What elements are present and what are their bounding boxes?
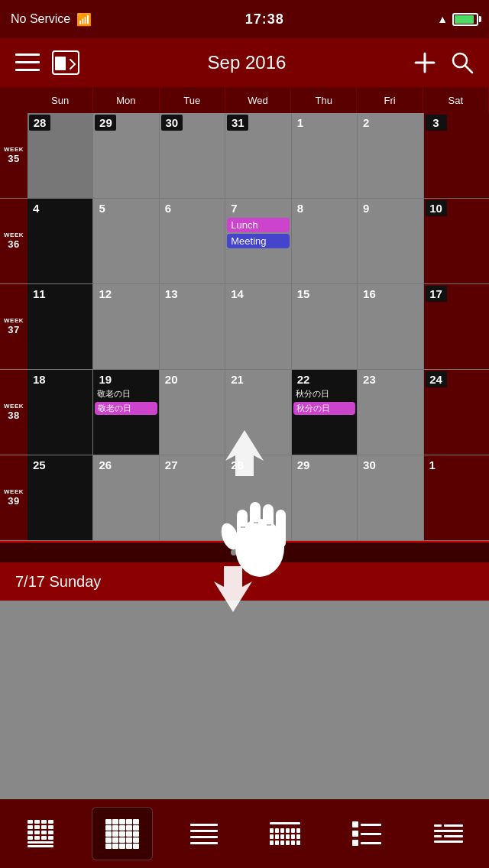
cal-cell-25[interactable]: 25 (28, 455, 93, 540)
cal-cell-27[interactable]: 27 (160, 455, 225, 540)
cal-cell-31[interactable]: 31 (225, 113, 291, 198)
week-label-36: WEEK36 (0, 199, 28, 283)
cal-cell-18[interactable]: 18 (28, 370, 93, 455)
cal-cell-sep1[interactable]: 1 (292, 113, 358, 198)
cal-cell-15[interactable]: 15 (292, 284, 358, 369)
toolbar: Sep 2016 (0, 38, 489, 87)
time-display: 17:38 (245, 11, 284, 28)
cal-cell-7[interactable]: 7 Lunch Meeting (225, 199, 291, 283)
cal-cell-21[interactable]: 21 (225, 370, 291, 455)
calendar-grid: WEEK35 28 29 30 31 1 2 3 (0, 113, 489, 541)
cal-cell-30b[interactable]: 30 (358, 455, 423, 540)
calendar-week-39: WEEK39 25 26 27 28 29 30 1 (0, 455, 489, 541)
week-label-38: WEEK38 (0, 370, 28, 455)
cal-cell-30[interactable]: 30 (160, 113, 225, 198)
svg-rect-4 (55, 57, 66, 70)
tab-detail[interactable] (418, 807, 479, 860)
status-bar: No Service 📶 17:38 ▲ (0, 0, 489, 38)
week-label-37: WEEK37 (0, 284, 28, 369)
carrier-text: No Service (11, 12, 70, 26)
week-label-39: WEEK39 (0, 455, 28, 540)
cal-cell-29[interactable]: 29 (93, 113, 159, 198)
cal-cell-22-holiday[interactable]: 22 秋分の日 秋分の日 (292, 370, 358, 455)
cal-cell-24-sat[interactable]: 24 (424, 370, 489, 455)
day-detail-label: 7/17 Sunday (15, 573, 101, 591)
drag-dot-3 (252, 549, 258, 555)
battery-indicator (452, 13, 478, 26)
cal-cell-20[interactable]: 20 (160, 370, 225, 455)
cal-cell-4[interactable]: 4 (28, 199, 93, 283)
day-detail-header: 7/17 Sunday (0, 562, 489, 601)
drag-dot-2 (241, 549, 248, 555)
event-meeting[interactable]: Meeting (227, 234, 289, 248)
cal-cell-1-next[interactable]: 1 (424, 455, 489, 540)
cal-cell-9[interactable]: 9 (358, 199, 423, 283)
tab-month[interactable] (92, 807, 153, 860)
add-event-button[interactable] (414, 52, 436, 73)
cal-cell-26[interactable]: 26 (93, 455, 159, 540)
event-lunch[interactable]: Lunch (227, 218, 289, 232)
calendar-week-36: WEEK36 4 5 6 7 Lunch Meeting 8 9 (0, 199, 489, 284)
cal-cell-23[interactable]: 23 (358, 370, 423, 455)
svg-rect-2 (15, 69, 40, 71)
cal-cell-12[interactable]: 12 (93, 284, 159, 369)
drag-dot-1 (231, 549, 237, 555)
cal-cell-14[interactable]: 14 (225, 284, 291, 369)
event-holiday-keiro[interactable]: 敬老の日 (95, 402, 157, 415)
cal-cell-6[interactable]: 6 (160, 199, 225, 283)
day-header-tue: Tue (160, 87, 225, 113)
menu-button[interactable] (15, 52, 40, 73)
day-header-sun: Sun (28, 87, 93, 113)
view-toggle-button[interactable] (52, 50, 79, 75)
calendar-week-37: WEEK37 11 12 13 14 15 16 17 (0, 284, 489, 370)
calendar-week-35: WEEK35 28 29 30 31 1 2 3 (0, 113, 489, 199)
day-headers: Sun Mon Tue Wed Thu Fri Sat (0, 87, 489, 113)
cal-cell-13[interactable]: 13 (160, 284, 225, 369)
day-header-thu: Thu (291, 87, 357, 113)
cal-cell-sep2[interactable]: 2 (358, 113, 423, 198)
cal-cell-19-holiday[interactable]: 19 敬老の日 敬老の日 (93, 370, 159, 455)
drag-handle[interactable] (0, 541, 489, 562)
tab-list[interactable] (173, 807, 235, 860)
day-header-sat: Sat (423, 87, 489, 113)
tab-year[interactable] (10, 807, 71, 860)
cal-cell-8[interactable]: 8 (292, 199, 358, 283)
event-holiday-shubun[interactable]: 秋分の日 (293, 402, 355, 415)
location-icon: ▲ (437, 13, 448, 25)
cal-cell-17-sat[interactable]: 17 (424, 284, 489, 369)
wifi-icon: 📶 (76, 12, 92, 27)
battery-fill (455, 15, 474, 24)
cal-cell-28[interactable]: 28 (225, 455, 291, 540)
day-header-mon: Mon (93, 87, 159, 113)
week-label-35: WEEK35 (0, 113, 28, 198)
tab-week[interactable] (254, 807, 316, 860)
cal-cell-11[interactable]: 11 (28, 284, 93, 369)
cal-cell-16[interactable]: 16 (358, 284, 423, 369)
day-header-fri: Fri (357, 87, 423, 113)
calendar-week-38: WEEK38 18 19 敬老の日 敬老の日 20 21 22 秋分の日 秋分の… (0, 370, 489, 455)
tab-schedule[interactable] (336, 807, 397, 860)
bottom-tabs (0, 799, 489, 868)
svg-rect-1 (15, 61, 40, 63)
cal-cell-28-prev[interactable]: 28 (28, 113, 93, 198)
svg-line-8 (465, 66, 472, 73)
cal-cell-5[interactable]: 5 (93, 199, 159, 283)
search-button[interactable] (451, 51, 474, 74)
day-header-wed: Wed (225, 87, 291, 113)
calendar-title: Sep 2016 (79, 52, 414, 73)
cal-cell-10-sat[interactable]: 10 (424, 199, 489, 283)
drag-dots (231, 549, 258, 555)
svg-rect-0 (15, 53, 40, 56)
cal-cell-29b[interactable]: 29 (292, 455, 358, 540)
cal-cell-sep3-sat[interactable]: 3 (424, 113, 489, 198)
day-detail-body (0, 601, 489, 789)
